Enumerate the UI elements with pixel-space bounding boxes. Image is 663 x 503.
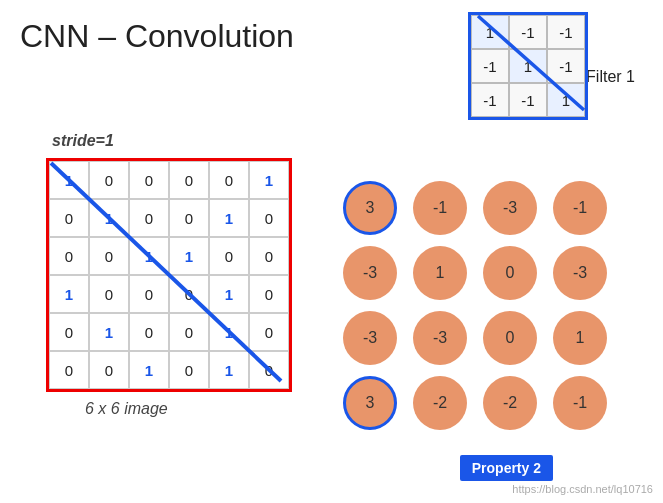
image-cell-10: 1 — [209, 199, 249, 237]
image-cell-0: 1 — [49, 161, 89, 199]
output-cell-11: 1 — [545, 305, 615, 370]
image-cell-8: 0 — [129, 199, 169, 237]
property-badge: Property 2 — [460, 455, 553, 481]
image-cell-27: 0 — [169, 313, 209, 351]
page-title: CNN – Convolution — [20, 18, 294, 55]
image-cell-26: 0 — [129, 313, 169, 351]
output-cell-15: -1 — [545, 370, 615, 435]
output-circle-11: 1 — [553, 311, 607, 365]
filter-cell-7: -1 — [509, 83, 547, 117]
image-cell-24: 0 — [49, 313, 89, 351]
output-circle-8: -3 — [343, 311, 397, 365]
image-cell-23: 0 — [249, 275, 289, 313]
filter-cell-2: -1 — [547, 15, 585, 49]
image-cell-16: 0 — [209, 237, 249, 275]
image-cell-4: 0 — [209, 161, 249, 199]
image-cell-22: 1 — [209, 275, 249, 313]
image-cell-29: 0 — [249, 313, 289, 351]
output-cell-12: 3 — [335, 370, 405, 435]
watermark: https://blog.csdn.net/lq10716 — [512, 483, 653, 495]
image-cell-13: 0 — [89, 237, 129, 275]
image-cell-25: 1 — [89, 313, 129, 351]
image-cell-5: 1 — [249, 161, 289, 199]
output-cell-3: -1 — [545, 175, 615, 240]
output-circle-3: -1 — [553, 181, 607, 235]
image-cell-21: 0 — [169, 275, 209, 313]
output-cell-2: -3 — [475, 175, 545, 240]
filter-cell-5: -1 — [547, 49, 585, 83]
output-circle-5: 1 — [413, 246, 467, 300]
filter-cell-8: 1 — [547, 83, 585, 117]
filter-cell-0: 1 — [471, 15, 509, 49]
image-cell-3: 0 — [169, 161, 209, 199]
image-cell-1: 0 — [89, 161, 129, 199]
output-circle-6: 0 — [483, 246, 537, 300]
filter-cell-1: -1 — [509, 15, 547, 49]
image-cell-19: 0 — [89, 275, 129, 313]
filter-grid: 1-1-1-11-1-1-11 — [468, 12, 588, 120]
output-cell-8: -3 — [335, 305, 405, 370]
image-cell-31: 0 — [89, 351, 129, 389]
output-cell-7: -3 — [545, 240, 615, 305]
output-circle-4: -3 — [343, 246, 397, 300]
image-cell-30: 0 — [49, 351, 89, 389]
output-cell-6: 0 — [475, 240, 545, 305]
image-cell-35: 0 — [249, 351, 289, 389]
image-cell-7: 1 — [89, 199, 129, 237]
image-cell-34: 1 — [209, 351, 249, 389]
image-cell-11: 0 — [249, 199, 289, 237]
output-circle-1: -1 — [413, 181, 467, 235]
output-circle-14: -2 — [483, 376, 537, 430]
image-cell-20: 0 — [129, 275, 169, 313]
image-cell-9: 0 — [169, 199, 209, 237]
image-cell-6: 0 — [49, 199, 89, 237]
filter-cell-3: -1 — [471, 49, 509, 83]
image-grid: 100001010010001100100010010010001010 — [46, 158, 292, 392]
image-cell-33: 0 — [169, 351, 209, 389]
output-cell-0: 3 — [335, 175, 405, 240]
output-grid: 3-1-3-1-310-3-3-3013-2-2-1 — [335, 175, 615, 435]
output-cell-14: -2 — [475, 370, 545, 435]
image-label: 6 x 6 image — [85, 400, 168, 418]
filter-cell-6: -1 — [471, 83, 509, 117]
image-cell-32: 1 — [129, 351, 169, 389]
image-cell-15: 1 — [169, 237, 209, 275]
output-circle-9: -3 — [413, 311, 467, 365]
output-circle-7: -3 — [553, 246, 607, 300]
filter-cell-4: 1 — [509, 49, 547, 83]
output-circle-12: 3 — [343, 376, 397, 430]
image-cell-14: 1 — [129, 237, 169, 275]
output-cell-4: -3 — [335, 240, 405, 305]
output-cell-1: -1 — [405, 175, 475, 240]
output-cell-13: -2 — [405, 370, 475, 435]
image-cell-2: 0 — [129, 161, 169, 199]
output-circle-0: 3 — [343, 181, 397, 235]
image-cell-28: 1 — [209, 313, 249, 351]
image-cell-17: 0 — [249, 237, 289, 275]
output-circle-13: -2 — [413, 376, 467, 430]
output-cell-5: 1 — [405, 240, 475, 305]
stride-label: stride=1 — [52, 132, 114, 150]
output-circle-15: -1 — [553, 376, 607, 430]
output-circle-10: 0 — [483, 311, 537, 365]
output-circle-2: -3 — [483, 181, 537, 235]
image-cell-18: 1 — [49, 275, 89, 313]
image-cell-12: 0 — [49, 237, 89, 275]
output-cell-10: 0 — [475, 305, 545, 370]
output-cell-9: -3 — [405, 305, 475, 370]
filter-label: Filter 1 — [586, 68, 635, 86]
